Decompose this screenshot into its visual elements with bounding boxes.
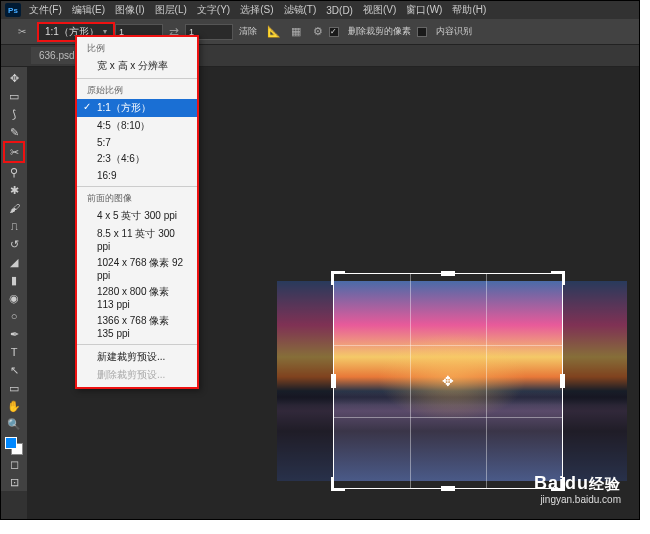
crop-handle-r[interactable] xyxy=(560,374,565,388)
menu-help[interactable]: 帮助(H) xyxy=(452,3,486,17)
menu-select[interactable]: 选择(S) xyxy=(240,3,273,17)
straighten-icon[interactable]: 📐 xyxy=(266,24,282,40)
dd-item-2-3[interactable]: 2:3（4:6） xyxy=(77,150,197,168)
crop-handle-t[interactable] xyxy=(441,271,455,276)
dd-item-4x5in[interactable]: 4 x 5 英寸 300 ppi xyxy=(77,207,197,225)
crop-box[interactable]: ✥ xyxy=(333,273,563,489)
crop-center-icon[interactable]: ✥ xyxy=(442,373,454,389)
content-aware-checkbox[interactable] xyxy=(417,27,427,37)
menu-edit[interactable]: 编辑(E) xyxy=(72,3,105,17)
screenmode-tool[interactable]: ⊡ xyxy=(3,473,25,491)
history-brush-tool[interactable]: ↺ xyxy=(3,235,25,253)
dd-item-85x11in[interactable]: 8.5 x 11 英寸 300 ppi xyxy=(77,225,197,254)
dd-item-new-preset[interactable]: 新建裁剪预设... xyxy=(77,348,197,366)
dd-item-1-1[interactable]: 1:1（方形） xyxy=(77,99,197,117)
dd-item-16-9[interactable]: 16:9 xyxy=(77,168,197,183)
quick-select-tool[interactable]: ✎ xyxy=(3,123,25,141)
crop-dim-right xyxy=(563,281,627,481)
dd-section-original: 原始比例 xyxy=(77,82,197,99)
menu-layer[interactable]: 图层(L) xyxy=(155,3,187,17)
dodge-tool[interactable]: ○ xyxy=(3,307,25,325)
app-logo: Ps xyxy=(5,3,21,17)
delete-px-checkbox[interactable]: ✓ xyxy=(329,27,339,37)
lasso-tool[interactable]: ⟆ xyxy=(3,105,25,123)
color-swatches[interactable] xyxy=(5,437,23,455)
pen-tool[interactable]: ✒ xyxy=(3,325,25,343)
dd-item-5-7[interactable]: 5:7 xyxy=(77,135,197,150)
shape-tool[interactable]: ▭ xyxy=(3,379,25,397)
tab-label: 636.psd xyxy=(39,50,75,61)
eraser-tool[interactable]: ◢ xyxy=(3,253,25,271)
overlay-icon[interactable]: ▦ xyxy=(288,24,304,40)
menu-3d[interactable]: 3D(D) xyxy=(326,5,353,16)
crop-handle-bl[interactable] xyxy=(331,477,345,491)
crop-handle-b[interactable] xyxy=(441,486,455,491)
crop-dim-left xyxy=(277,281,333,481)
crop-tool-icon[interactable]: ✂ xyxy=(15,25,29,39)
menu-window[interactable]: 窗口(W) xyxy=(406,3,442,17)
quickmask-tool[interactable]: ◻ xyxy=(3,455,25,473)
dd-section-front: 前面的图像 xyxy=(77,190,197,207)
dd-section-ratio: 比例 xyxy=(77,40,197,57)
settings-icon[interactable]: ⚙ xyxy=(310,24,326,40)
gradient-tool[interactable]: ▮ xyxy=(3,271,25,289)
crop-tool[interactable]: ✂ xyxy=(3,141,25,163)
menu-file[interactable]: 文件(F) xyxy=(29,3,62,17)
dd-item-delete-preset: 删除裁剪预设... xyxy=(77,366,197,384)
menu-view[interactable]: 视图(V) xyxy=(363,3,396,17)
dd-item-wxh[interactable]: 宽 x 高 x 分辨率 xyxy=(77,57,197,75)
marquee-tool[interactable]: ▭ xyxy=(3,87,25,105)
dd-item-1280[interactable]: 1280 x 800 像素 113 ppi xyxy=(77,283,197,312)
crop-handle-l[interactable] xyxy=(331,374,336,388)
watermark: Baidu经验 jingyan.baidu.com xyxy=(534,473,621,505)
delete-px-label: 删除裁剪的像素 xyxy=(348,25,411,38)
tool-palette: ✥ ▭ ⟆ ✎ ✂ ⚲ ✱ 🖌 ⎍ ↺ ◢ ▮ ◉ ○ ✒ T ↖ ▭ ✋ 🔍 … xyxy=(1,67,27,491)
move-tool[interactable]: ✥ xyxy=(3,69,25,87)
menu-image[interactable]: 图像(I) xyxy=(115,3,144,17)
zoom-tool[interactable]: 🔍 xyxy=(3,415,25,433)
menu-filter[interactable]: 滤镜(T) xyxy=(284,3,317,17)
dd-item-1024[interactable]: 1024 x 768 像素 92 ppi xyxy=(77,254,197,283)
dd-item-1366[interactable]: 1366 x 768 像素 135 ppi xyxy=(77,312,197,341)
healing-tool[interactable]: ✱ xyxy=(3,181,25,199)
blur-tool[interactable]: ◉ xyxy=(3,289,25,307)
dd-item-4-5[interactable]: 4:5（8:10） xyxy=(77,117,197,135)
path-tool[interactable]: ↖ xyxy=(3,361,25,379)
menubar: 文件(F) 编辑(E) 图像(I) 图层(L) 文字(Y) 选择(S) 滤镜(T… xyxy=(1,1,639,19)
crop-handle-tl[interactable] xyxy=(331,271,345,285)
clear-button[interactable]: 清除 xyxy=(239,25,257,38)
ratio-dropdown-menu: 比例 宽 x 高 x 分辨率 原始比例 1:1（方形） 4:5（8:10） 5:… xyxy=(75,35,199,389)
type-tool[interactable]: T xyxy=(3,343,25,361)
menu-type[interactable]: 文字(Y) xyxy=(197,3,230,17)
hand-tool[interactable]: ✋ xyxy=(3,397,25,415)
stamp-tool[interactable]: ⎍ xyxy=(3,217,25,235)
content-aware-label: 内容识别 xyxy=(436,25,472,38)
crop-handle-tr[interactable] xyxy=(551,271,565,285)
brush-tool[interactable]: 🖌 xyxy=(3,199,25,217)
eyedropper-tool[interactable]: ⚲ xyxy=(3,163,25,181)
